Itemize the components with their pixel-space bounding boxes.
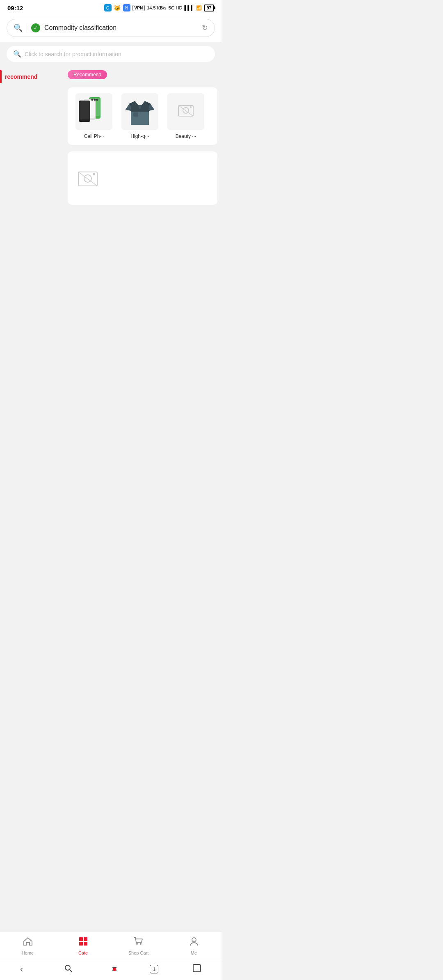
shirt-svg bbox=[123, 95, 156, 128]
main-content: recommend Recommend bbox=[0, 66, 222, 435]
qq-icon: Q bbox=[104, 4, 112, 11]
url-divider bbox=[27, 24, 27, 32]
search-bar-icon: 🔍 bbox=[13, 50, 21, 58]
empty-placeholder-icon bbox=[73, 164, 102, 192]
phones-svg bbox=[77, 95, 112, 128]
svg-point-21 bbox=[93, 173, 95, 175]
product-card: Cell Ph··· bbox=[68, 87, 217, 145]
status-time: 09:12 bbox=[7, 5, 23, 11]
right-panel: Recommend bbox=[64, 66, 222, 435]
url-refresh-icon[interactable]: ↻ bbox=[202, 23, 208, 32]
url-bar-wrapper: 🔍 ✓ Commodity classification ↻ bbox=[0, 15, 222, 42]
product-label-phones: Cell Ph··· bbox=[84, 133, 104, 139]
vpn-badge: VPN bbox=[132, 5, 145, 11]
url-shield-icon: ✓ bbox=[31, 23, 40, 32]
svg-point-17 bbox=[190, 106, 192, 108]
empty-card bbox=[68, 151, 217, 205]
cat-icon: 🐱 bbox=[114, 4, 121, 11]
nav-app-icon: N bbox=[123, 4, 130, 11]
svg-rect-14 bbox=[133, 112, 138, 117]
svg-rect-5 bbox=[80, 101, 89, 119]
search-bar[interactable]: 🔍 Click to search for product informatio… bbox=[7, 46, 215, 62]
sidebar: recommend bbox=[0, 66, 64, 435]
wifi-icon: 📶 bbox=[196, 5, 202, 11]
svg-point-8 bbox=[96, 99, 98, 101]
product-label-shirt: High-q··· bbox=[130, 133, 149, 139]
signal-icon: ▌▌▌ bbox=[184, 5, 194, 10]
battery-indicator: 97 bbox=[204, 5, 214, 11]
network-type: 5G HD bbox=[169, 5, 183, 10]
product-item-beauty[interactable]: Beauty ··· bbox=[165, 93, 206, 139]
placeholder-icon bbox=[178, 103, 194, 121]
status-bar: 09:12 Q 🐱 N VPN 14.5 KB/s 5G HD ▌▌▌ 📶 97 bbox=[0, 0, 222, 15]
product-label-beauty: Beauty ··· bbox=[176, 133, 196, 139]
sidebar-item-label: recommend bbox=[5, 73, 37, 80]
product-grid: Cell Ph··· bbox=[73, 93, 212, 139]
product-item-shirt[interactable]: High-q··· bbox=[119, 93, 160, 139]
search-bar-wrapper: 🔍 Click to search for product informatio… bbox=[0, 42, 222, 66]
url-bar[interactable]: 🔍 ✓ Commodity classification ↻ bbox=[7, 19, 215, 37]
url-text: Commodity classification bbox=[44, 24, 198, 32]
product-image-beauty bbox=[167, 93, 204, 130]
sidebar-item-recommend[interactable]: recommend bbox=[0, 66, 64, 87]
product-image-shirt bbox=[121, 93, 158, 130]
product-item-phones[interactable]: Cell Ph··· bbox=[73, 93, 114, 139]
svg-point-7 bbox=[94, 99, 96, 101]
search-placeholder: Click to search for product information bbox=[25, 51, 121, 57]
recommend-badge: Recommend bbox=[68, 70, 107, 79]
svg-point-6 bbox=[91, 99, 93, 101]
url-search-icon: 🔍 bbox=[14, 23, 23, 32]
product-image-phones bbox=[75, 93, 112, 130]
speed-indicator: 14.5 KB/s bbox=[147, 5, 167, 10]
status-icons: Q 🐱 N VPN 14.5 KB/s 5G HD ▌▌▌ 📶 97 bbox=[104, 4, 214, 11]
